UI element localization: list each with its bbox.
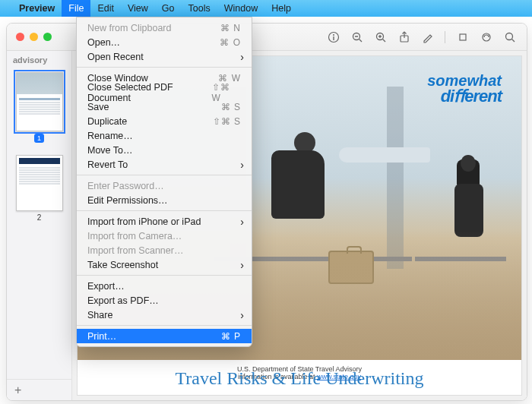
thumbnail-sidebar: advisory 1 2 + [7,51,72,400]
menu-help[interactable]: Help [264,0,298,17]
sidebar-title: advisory [7,51,71,69]
rotate-icon[interactable] [456,30,469,43]
menu-view[interactable]: View [121,0,155,17]
menu-go[interactable]: Go [155,0,182,17]
menu-item-share[interactable]: Share [77,308,252,322]
zoom-in-icon[interactable] [374,30,387,43]
menu-item-export-as-pdf[interactable]: Export as PDF… [77,293,252,308]
menu-item-rename[interactable]: Rename… [77,128,252,143]
file-menu-dropdown: New from Clipboard⌘ N Open…⌘ O Open Rece… [76,17,252,347]
markup-icon[interactable] [421,30,434,43]
menu-item-save[interactable]: Save⌘ S [77,99,252,114]
zoom-out-icon[interactable] [350,30,363,43]
minimize-window-button[interactable] [30,33,38,41]
add-page-button[interactable]: + [14,383,21,397]
menu-item-move-to[interactable]: Move To… [77,143,252,157]
page-thumbnail-2[interactable] [16,155,63,211]
menu-item-export[interactable]: Export… [77,279,252,293]
menu-item-edit-permissions[interactable]: Edit Permissions… [77,193,252,207]
page-number-badge: 1 [34,134,44,143]
menu-item-open[interactable]: Open…⌘ O [77,35,252,49]
menu-item-import-camera: Import from Camera… [77,229,252,243]
svg-point-14 [505,33,512,39]
menu-item-import-scanner: Import from Scanner… [77,243,252,257]
info-icon[interactable] [327,30,340,43]
menu-item-duplicate[interactable]: Duplicate⇧⌘ S [77,114,252,128]
menu-item-new-from-clipboard: New from Clipboard⌘ N [77,21,252,35]
toolbar-separator [445,31,445,43]
menu-item-import-iphone-ipad[interactable]: Import from iPhone or iPad [77,214,252,229]
traffic-lights [16,33,52,41]
svg-line-7 [382,39,385,42]
menu-item-open-recent[interactable]: Open Recent [77,49,252,64]
highlight-icon[interactable] [480,30,492,43]
menu-item-take-screenshot[interactable]: Take Screenshot [77,257,252,272]
menu-item-print[interactable]: Print…⌘ P [77,329,252,343]
svg-line-4 [359,39,362,42]
page-number-label: 2 [14,213,64,222]
svg-rect-2 [333,36,334,40]
menu-item-enter-password: Enter Password… [77,178,252,193]
page-thumbnail-1[interactable] [16,72,63,131]
app-menu[interactable]: Preview [12,0,62,17]
menu-window[interactable]: Window [217,0,264,17]
menu-edit[interactable]: Edit [90,0,121,17]
search-icon[interactable] [503,30,516,43]
svg-line-15 [511,39,515,42]
svg-point-1 [333,34,334,36]
close-window-button[interactable] [16,33,24,41]
svg-rect-12 [460,34,466,40]
menu-item-close-selected-pdf[interactable]: Close Selected PDF Document⇧⌘ W [77,85,252,99]
system-menubar: Preview File Edit View Go Tools Window H… [0,0,532,17]
menu-tools[interactable]: Tools [182,0,217,17]
brand-logo: somewhat diﬀerent [427,73,502,105]
zoom-window-button[interactable] [43,33,52,41]
menu-item-revert-to[interactable]: Revert To [77,157,252,172]
menu-file[interactable]: File [62,0,90,17]
toolbar [327,30,527,43]
document-title: Travel Risks & Life Underwriting [78,368,521,389]
share-icon[interactable] [397,30,410,43]
